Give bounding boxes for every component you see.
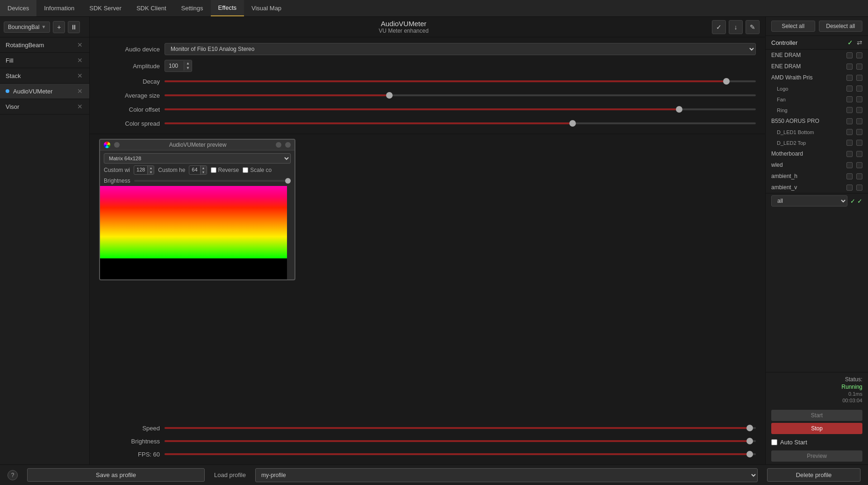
device-cb7[interactable] [846, 86, 853, 92]
brightness-slider[interactable] [134, 180, 291, 182]
download-button[interactable]: ↓ [729, 20, 743, 34]
decay-thumb[interactable] [723, 78, 730, 85]
audiovumeter-close[interactable]: ✕ [76, 87, 84, 95]
menu-sdk-server[interactable]: SDK Server [82, 0, 129, 16]
win-btn-2[interactable] [276, 142, 281, 148]
menu-settings[interactable]: Settings [174, 0, 211, 16]
device-cb12[interactable] [856, 107, 862, 113]
sidebar-item-visor[interactable]: Visor ✕ [0, 99, 89, 114]
menu-visual-map[interactable]: Visual Map [244, 0, 289, 16]
device-cb3[interactable] [846, 64, 853, 70]
device-row-ene2[interactable]: ENE DRAM [766, 61, 868, 72]
add-effect-button[interactable]: + [53, 21, 65, 33]
device-row-logo[interactable]: Logo [766, 83, 868, 94]
device-cb16[interactable] [856, 129, 862, 135]
rotating-beam-close[interactable]: ✕ [76, 41, 84, 49]
fps-slider[interactable] [165, 449, 756, 459]
average-size-thumb[interactable] [386, 92, 393, 99]
controller-refresh-icon[interactable]: ⇄ [857, 39, 862, 46]
save-profile-button[interactable]: Save as profile [27, 468, 205, 482]
fill-close[interactable]: ✕ [76, 57, 84, 64]
device-cb6[interactable] [856, 75, 862, 81]
device-row-mb[interactable]: Motherboard [766, 148, 868, 159]
average-size-slider[interactable] [165, 91, 756, 100]
speed-slider[interactable] [165, 423, 756, 433]
device-cb18[interactable] [856, 140, 862, 146]
device-cb11[interactable] [846, 107, 853, 113]
checkmark-button[interactable]: ✓ [712, 20, 726, 34]
all-check2[interactable]: ✓ [857, 198, 862, 205]
device-cb1[interactable] [846, 52, 853, 58]
device-cb20[interactable] [856, 151, 862, 157]
speed-thumb[interactable] [746, 425, 753, 431]
decay-slider[interactable] [165, 77, 756, 86]
device-row-ring[interactable]: Ring [766, 105, 868, 115]
effect-dropdown[interactable]: BouncingBal ▼ [4, 21, 50, 33]
win-btn-1[interactable] [114, 142, 120, 148]
device-cb26[interactable] [856, 185, 862, 191]
amplitude-down[interactable]: ▼ [184, 66, 192, 71]
amplitude-input[interactable]: 100 ▲ ▼ [165, 60, 192, 72]
menu-effects[interactable]: Effects [211, 0, 244, 16]
sidebar-item-stack[interactable]: Stack ✕ [0, 68, 89, 84]
device-cb23[interactable] [846, 173, 853, 179]
custom-width-up[interactable]: ▲ [148, 166, 154, 170]
menu-devices[interactable]: Devices [0, 0, 36, 16]
color-spread-slider[interactable] [165, 119, 756, 128]
color-offset-slider[interactable] [165, 105, 756, 114]
device-cb19[interactable] [846, 151, 853, 157]
brightness-thumb[interactable] [285, 178, 291, 184]
device-cb25[interactable] [846, 185, 853, 191]
device-row-fan[interactable]: Fan [766, 94, 868, 105]
custom-height-down[interactable]: ▼ [201, 170, 207, 174]
sidebar-item-fill[interactable]: Fill ✕ [0, 53, 89, 68]
device-cb4[interactable] [856, 64, 862, 70]
win-btn-3[interactable] [285, 142, 291, 148]
device-cb24[interactable] [856, 173, 862, 179]
device-cb9[interactable] [846, 96, 853, 102]
preview-button[interactable]: Preview [771, 450, 862, 462]
device-row-b550[interactable]: B550 AORUS PRO [766, 115, 868, 127]
all-check1[interactable]: ✓ [850, 198, 855, 205]
device-row-ambient-v[interactable]: ambient_v [766, 182, 868, 193]
device-row-ene1[interactable]: ENE DRAM [766, 50, 868, 61]
device-cb5[interactable] [846, 75, 853, 81]
device-cb22[interactable] [856, 162, 862, 168]
pause-button[interactable]: ⏸ [68, 21, 80, 33]
device-row-dled2[interactable]: D_LED2 Top [766, 137, 868, 148]
device-cb13[interactable] [846, 118, 853, 124]
device-cb17[interactable] [846, 140, 853, 146]
device-row-amd[interactable]: AMD Wraith Pris [766, 72, 868, 83]
device-cb21[interactable] [846, 162, 853, 168]
device-cb15[interactable] [846, 129, 853, 135]
brightness-slider[interactable] [165, 436, 756, 446]
device-cb14[interactable] [856, 118, 862, 124]
help-button[interactable]: ? [7, 470, 18, 480]
color-spread-thumb[interactable] [569, 120, 576, 127]
device-cb10[interactable] [856, 96, 862, 102]
load-profile-select[interactable]: my-profile [255, 468, 758, 482]
custom-height-up[interactable]: ▲ [201, 166, 207, 170]
edit-button[interactable]: ✎ [746, 20, 760, 34]
scale-co-checkbox[interactable]: Scale co [243, 167, 272, 173]
sidebar-item-rotatingbeam[interactable]: RotatingBeam ✕ [0, 37, 89, 53]
deselect-all-button[interactable]: Deselect all [819, 21, 863, 32]
all-dropdown[interactable]: all [771, 195, 847, 207]
delete-profile-button[interactable]: Delete profile [767, 468, 861, 482]
amplitude-up[interactable]: ▲ [184, 61, 192, 66]
menu-information[interactable]: Information [36, 0, 82, 16]
color-offset-thumb[interactable] [676, 106, 682, 113]
auto-start-checkbox[interactable] [771, 439, 777, 445]
custom-width-down[interactable]: ▼ [148, 170, 154, 174]
menu-sdk-client[interactable]: SDK Client [129, 0, 174, 16]
device-cb8[interactable] [856, 86, 862, 92]
device-row-dled1[interactable]: D_LED1 Bottom [766, 127, 868, 137]
device-cb2[interactable] [856, 52, 862, 58]
fps-thumb[interactable] [746, 451, 753, 457]
reverse-checkbox[interactable]: Reverse [211, 167, 239, 173]
matrix-select[interactable]: Matrix 64x128 [104, 153, 291, 164]
brightness-thumb[interactable] [746, 438, 753, 444]
select-all-button[interactable]: Select all [771, 21, 815, 32]
sidebar-item-audiovumeter[interactable]: AudioVUMeter ✕ [0, 84, 89, 99]
visor-close[interactable]: ✕ [76, 103, 84, 110]
